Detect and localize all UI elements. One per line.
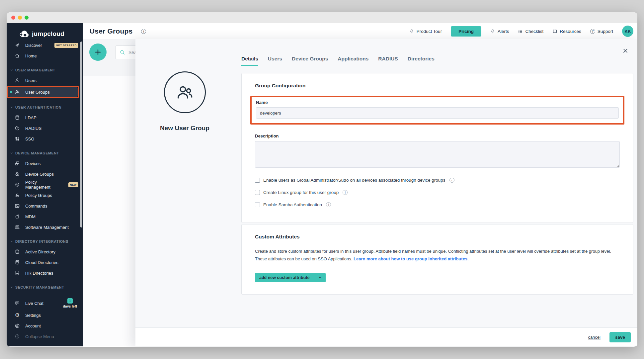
new-user-group-panel: New User Group Details Users Device Grou… <box>135 39 637 346</box>
sidebar-scrollbar[interactable] <box>80 42 82 227</box>
description-label: Description <box>255 134 620 138</box>
user-avatar[interactable]: KK <box>622 26 633 37</box>
sidebar-item-user-groups[interactable]: User Groups <box>8 87 78 97</box>
learn-more-link[interactable]: Learn more about how to use group inheri… <box>354 256 469 261</box>
sidebar-item-label: Cloud Directories <box>25 260 58 265</box>
sidebar-item-users[interactable]: Users <box>7 75 83 86</box>
checkbox-label: Enable users as Global Administrator/Sud… <box>263 178 445 183</box>
new-badge: NEW <box>68 182 78 187</box>
sidebar-item-hr-directories[interactable]: HR Directories <box>7 268 83 278</box>
sidebar-item-collapse-menu[interactable]: Collapse Menu <box>7 331 83 342</box>
sidebar-item-label: Policy Groups <box>25 193 52 198</box>
tab-details[interactable]: Details <box>241 56 258 66</box>
tab-users[interactable]: Users <box>268 56 282 66</box>
sidebar-item-label: LDAP <box>25 115 37 120</box>
sidebar-item-cloud-directories[interactable]: Cloud Directories <box>7 257 83 268</box>
apple-icon <box>15 214 20 219</box>
days-left-count: 1 <box>67 298 73 304</box>
tab-applications[interactable]: Applications <box>338 56 368 66</box>
days-left-caption: days left <box>63 304 77 308</box>
sidebar-item-home[interactable]: Home <box>7 50 83 61</box>
radius-dial-icon <box>15 126 20 131</box>
sidebar-item-radius[interactable]: RADIUS <box>7 123 83 134</box>
window-zoom-button[interactable] <box>25 16 29 20</box>
sidebar-item-settings[interactable]: ⚙ Settings <box>7 310 83 320</box>
chevron-down-icon <box>10 68 13 72</box>
sidebar-section-device-management[interactable]: DEVICE MANAGEMENT <box>7 148 83 158</box>
collapse-arrow-icon <box>15 334 20 339</box>
jumpcloud-logo: jumpcloud <box>7 28 83 40</box>
sidebar-item-policy-management[interactable]: Policy Management NEW <box>7 179 83 190</box>
devices-icon <box>15 161 20 166</box>
add-custom-attribute-button[interactable]: add new custom attribute ▼ <box>255 273 326 282</box>
sidebar-bottom: Live Chat 1 days left ⚙ Settings Account <box>7 293 83 346</box>
section-title: Group Configuration <box>255 83 620 89</box>
support-button[interactable]: ? Support <box>590 29 613 34</box>
checklist-icon <box>518 29 523 34</box>
sidebar-item-label: SSO <box>25 136 34 141</box>
sidebar-section-security-management[interactable]: SECURITY MANAGEMENT <box>7 282 83 289</box>
close-button[interactable] <box>621 47 629 55</box>
alerts-button[interactable]: Alerts <box>490 29 509 34</box>
info-icon[interactable]: i <box>141 29 146 34</box>
window-minimize-button[interactable] <box>18 16 22 20</box>
support-label: Support <box>598 29 613 34</box>
group-name-input[interactable] <box>256 107 619 119</box>
sidebar-item-policy-groups[interactable]: Policy Groups <box>7 190 83 201</box>
sidebar-item-label: Settings <box>25 313 41 318</box>
global-admin-checkbox[interactable] <box>255 178 260 183</box>
cancel-link[interactable]: cancel <box>588 335 601 340</box>
sidebar-item-sso[interactable]: SSO <box>7 134 83 144</box>
user-group-icon <box>15 89 20 95</box>
chevron-down-icon <box>10 151 13 155</box>
search-icon <box>120 49 125 55</box>
window-close-button[interactable] <box>11 16 15 20</box>
product-tour-button[interactable]: Product Tour <box>409 29 442 34</box>
panel-content: Details Users Device Groups Applications… <box>241 39 637 346</box>
panel-identity: New User Group <box>135 39 241 346</box>
samba-auth-checkbox[interactable] <box>255 202 260 207</box>
tab-directories[interactable]: Directories <box>408 56 435 66</box>
checkbox-row-linux-group: Create Linux group for this user group i <box>255 190 620 195</box>
tab-device-groups[interactable]: Device Groups <box>292 56 328 66</box>
group-description-textarea[interactable] <box>255 141 620 168</box>
linux-group-checkbox[interactable] <box>255 190 260 195</box>
save-button[interactable]: save <box>609 332 631 342</box>
sidebar-section-user-management[interactable]: USER MANAGEMENT <box>7 65 83 75</box>
sidebar-item-label: Active Directory <box>25 249 55 254</box>
info-icon[interactable]: i <box>326 202 331 207</box>
bell-icon <box>490 29 495 34</box>
section-label: DEVICE MANAGEMENT <box>15 151 59 155</box>
sidebar-item-discover[interactable]: Discover GET STARTED <box>7 40 83 50</box>
sidebar-item-account[interactable]: Account <box>7 320 83 331</box>
resources-button[interactable]: Resources <box>552 29 581 34</box>
header-nav: Product Tour Pricing Alerts Checklist Re… <box>409 26 633 37</box>
laptop-icon <box>15 224 20 230</box>
add-user-group-button[interactable] <box>89 44 107 61</box>
sidebar-item-device-groups[interactable]: Device Groups <box>7 169 83 179</box>
info-icon[interactable]: i <box>343 190 348 195</box>
info-icon[interactable]: i <box>449 178 454 183</box>
main-area: User Groups i Product Tour Pricing Alert… <box>83 23 637 346</box>
user-groups-annotation-box: User Groups <box>7 86 79 98</box>
sidebar-item-live-chat[interactable]: Live Chat 1 days left <box>7 297 83 310</box>
sidebar-section-directory-integrations[interactable]: DIRECTORY INTEGRATIONS <box>7 236 83 246</box>
chevron-down-icon <box>10 106 13 109</box>
sidebar-item-mdm[interactable]: MDM <box>7 211 83 222</box>
tab-radius[interactable]: RADIUS <box>378 56 398 66</box>
sidebar-item-ldap[interactable]: LDAP <box>7 112 83 123</box>
checklist-button[interactable]: Checklist <box>518 29 543 34</box>
panel-title: New User Group <box>160 125 209 132</box>
sidebar-item-devices[interactable]: Devices <box>7 158 83 169</box>
section-title: Custom Attributes <box>255 234 620 240</box>
section-label: SECURITY MANAGEMENT <box>15 285 64 289</box>
sidebar-item-label: Users <box>25 78 37 83</box>
sidebar-section-user-authentication[interactable]: USER AUTHENTICATION <box>7 102 83 112</box>
sidebar-item-software-management[interactable]: Software Management <box>7 222 83 232</box>
sidebar-item-active-directory[interactable]: Active Directory <box>7 246 83 257</box>
product-tour-label: Product Tour <box>417 29 442 34</box>
pricing-button[interactable]: Pricing <box>451 26 481 37</box>
sidebar-item-commands[interactable]: Commands <box>7 201 83 211</box>
section-label: USER AUTHENTICATION <box>15 105 61 109</box>
page-header: User Groups i Product Tour Pricing Alert… <box>83 23 637 39</box>
